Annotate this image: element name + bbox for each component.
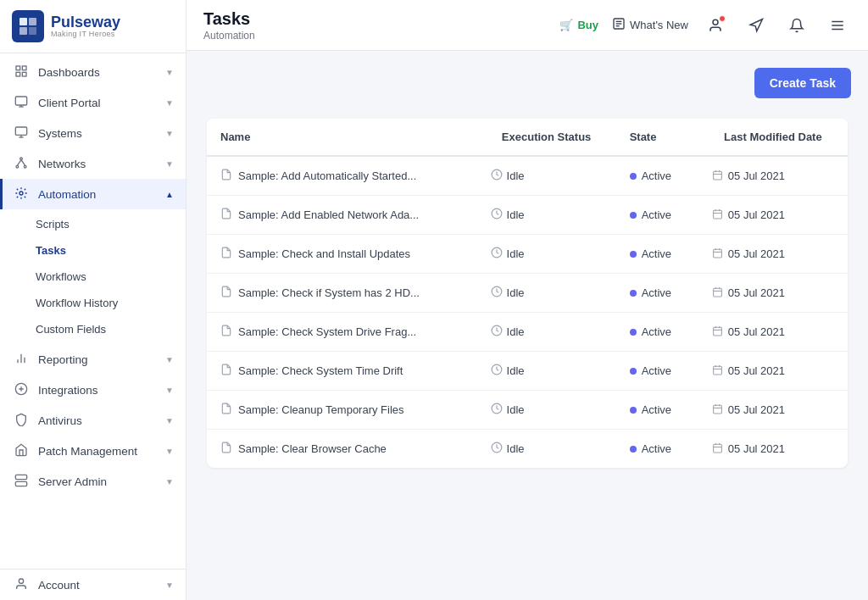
active-state-dot <box>630 251 637 258</box>
sidebar-item-tasks[interactable]: Tasks <box>0 237 186 264</box>
svg-point-27 <box>19 579 23 583</box>
sidebar-item-workflows[interactable]: Workflows <box>0 264 186 290</box>
user-button[interactable] <box>702 12 729 39</box>
buy-button[interactable]: 🛒 Buy <box>559 19 598 31</box>
svg-rect-1 <box>29 18 36 25</box>
server-admin-label: Server Admin <box>38 475 107 488</box>
sidebar-item-client-portal[interactable]: Client Portal ▼ <box>0 87 186 118</box>
active-state-dot <box>630 329 637 336</box>
task-exec-status-cell: Idle <box>477 352 616 391</box>
cart-icon: 🛒 <box>559 19 573 31</box>
logo: Pulseway Making IT Heroes <box>0 0 186 53</box>
table-row[interactable]: Sample: Check and Install Updates Idle A… <box>207 235 848 274</box>
svg-rect-67 <box>713 405 721 414</box>
svg-rect-6 <box>16 72 20 76</box>
calendar-icon <box>712 169 723 183</box>
svg-line-17 <box>17 160 21 166</box>
task-name-cell: Sample: Check if System has 2 HD... <box>207 274 477 313</box>
task-name-cell: Sample: Check System Drive Frag... <box>207 313 477 352</box>
logo-icon <box>12 10 44 42</box>
task-doc-icon <box>220 286 232 300</box>
svg-rect-7 <box>22 72 26 76</box>
antivirus-label: Antivirus <box>38 414 82 427</box>
nav-section-main: Dashboards ▼ Client Portal ▼ Systems ▼ N… <box>0 53 186 500</box>
table-row[interactable]: Sample: Check System Time Drift Idle Act… <box>207 352 848 391</box>
calendar-icon <box>712 247 723 261</box>
workflows-label: Workflows <box>36 270 86 283</box>
whats-new-label: What's New <box>630 19 688 31</box>
sidebar-item-automation[interactable]: Automation ▲ <box>0 179 186 209</box>
task-state-cell: Active <box>616 274 698 313</box>
svg-rect-72 <box>713 444 721 453</box>
sidebar-item-dashboards[interactable]: Dashboards ▼ <box>0 57 186 87</box>
svg-rect-5 <box>22 66 26 70</box>
chevron-down-icon: ▼ <box>165 98 174 108</box>
svg-rect-62 <box>713 366 721 375</box>
idle-clock-icon <box>491 364 503 378</box>
svg-rect-3 <box>29 27 36 35</box>
idle-clock-icon <box>491 442 503 456</box>
task-doc-icon <box>220 208 232 222</box>
create-task-label: Create Task <box>770 76 836 90</box>
workflow-history-label: Workflow History <box>36 297 118 309</box>
automation-sub-nav: Scripts Tasks Workflows Workflow History… <box>0 209 186 344</box>
integrations-label: Integrations <box>38 384 98 397</box>
sidebar-item-networks[interactable]: Networks ▼ <box>0 148 186 179</box>
sidebar-item-account[interactable]: Account ▼ <box>0 569 186 600</box>
sidebar-item-workflow-history[interactable]: Workflow History <box>0 290 186 316</box>
table-row[interactable]: Sample: Add Automatically Started... Idl… <box>207 156 848 196</box>
logo-tagline: Making IT Heroes <box>51 30 120 38</box>
task-state-cell: Active <box>616 196 698 235</box>
client-portal-label: Client Portal <box>38 97 101 109</box>
menu-button[interactable] <box>824 12 851 39</box>
sidebar-item-systems[interactable]: Systems ▼ <box>0 118 186 148</box>
tasks-table: Name Execution Status State Last Modifie… <box>207 119 848 468</box>
sidebar-item-scripts[interactable]: Scripts <box>0 211 186 237</box>
sidebar-item-reporting[interactable]: Reporting ▼ <box>0 344 186 375</box>
task-exec-status-cell: Idle <box>477 235 616 274</box>
calendar-icon <box>712 364 723 378</box>
table-row[interactable]: Sample: Check System Drive Frag... Idle … <box>207 313 848 352</box>
create-task-button[interactable]: Create Task <box>754 68 851 98</box>
megaphone-button[interactable] <box>743 12 770 39</box>
task-doc-icon <box>220 169 232 183</box>
idle-clock-icon <box>491 403 503 417</box>
calendar-icon <box>712 442 723 456</box>
task-exec-status-cell: Idle <box>477 156 616 196</box>
svg-line-18 <box>21 160 25 166</box>
svg-point-32 <box>713 19 718 25</box>
notifications-button[interactable] <box>783 12 810 39</box>
sidebar-item-server-admin[interactable]: Server Admin ▼ <box>0 466 186 497</box>
chevron-down-icon: ▼ <box>165 129 174 138</box>
sidebar-item-integrations[interactable]: Integrations ▼ <box>0 375 186 405</box>
task-state-cell: Active <box>616 391 698 430</box>
table-row[interactable]: Sample: Add Enabled Network Ada... Idle … <box>207 196 848 235</box>
topbar-actions: 🛒 Buy What's New <box>559 12 851 39</box>
svg-rect-52 <box>713 288 721 297</box>
table-row[interactable]: Sample: Check if System has 2 HD... Idle… <box>207 274 848 313</box>
sidebar-item-antivirus[interactable]: Antivirus ▼ <box>0 405 186 436</box>
table-row[interactable]: Sample: Clear Browser Cache Idle Active <box>207 430 848 469</box>
idle-clock-icon <box>491 169 503 183</box>
buy-label: Buy <box>577 19 598 31</box>
chevron-down-icon: ▼ <box>165 477 174 486</box>
account-icon <box>14 577 30 592</box>
automation-label: Automation <box>38 188 96 201</box>
task-doc-icon <box>220 442 232 456</box>
news-icon <box>612 17 626 33</box>
sidebar-item-custom-fields[interactable]: Custom Fields <box>0 316 186 342</box>
task-date-cell: 05 Jul 2021 <box>698 156 848 196</box>
task-name-cell: Sample: Clear Browser Cache <box>207 430 477 469</box>
task-date-cell: 05 Jul 2021 <box>698 391 848 430</box>
chevron-up-icon: ▲ <box>165 190 174 199</box>
task-doc-icon <box>220 403 232 417</box>
table-row[interactable]: Sample: Cleanup Temporary Files Idle Act… <box>207 391 848 430</box>
sidebar-item-patch-management[interactable]: Patch Management ▼ <box>0 436 186 466</box>
idle-clock-icon <box>491 286 503 300</box>
whats-new-button[interactable]: What's New <box>612 17 688 33</box>
task-doc-icon <box>220 325 232 339</box>
task-date-cell: 05 Jul 2021 <box>698 235 848 274</box>
server-icon <box>14 474 30 489</box>
svg-rect-24 <box>15 481 26 486</box>
grid-icon <box>14 64 30 80</box>
